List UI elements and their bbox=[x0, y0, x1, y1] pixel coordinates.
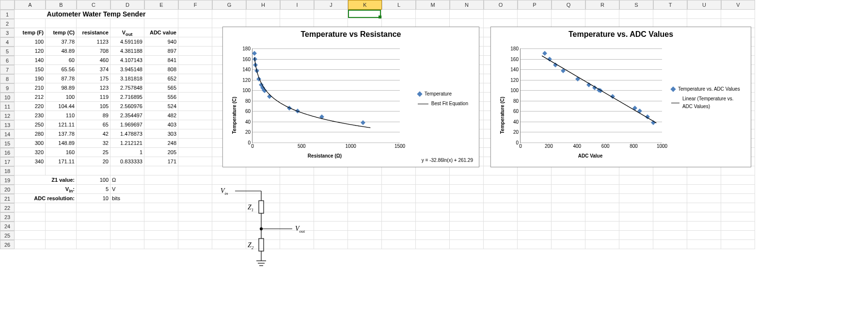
chart-temp-vs-resistance[interactable]: Temperature vs Resistance Temperature (C… bbox=[222, 27, 479, 167]
cell-U25[interactable] bbox=[687, 231, 721, 240]
cell-B22[interactable] bbox=[46, 203, 77, 212]
cell-E2[interactable] bbox=[144, 19, 178, 28]
cell-C6[interactable]: 460 bbox=[77, 56, 110, 65]
cell-M23[interactable] bbox=[416, 212, 450, 222]
row-header-5[interactable]: 5 bbox=[0, 47, 15, 56]
cell-F7[interactable] bbox=[178, 65, 212, 74]
cell-N22[interactable] bbox=[450, 203, 484, 212]
column-headers[interactable]: ABCDEFGHIJKLMNOPQRSTUV bbox=[15, 0, 755, 10]
cell-D4[interactable]: 4.591169 bbox=[110, 37, 144, 47]
col-header-L[interactable]: L bbox=[382, 0, 416, 10]
cell-C22[interactable] bbox=[77, 203, 110, 212]
cell-K26[interactable] bbox=[348, 240, 382, 249]
row-header-17[interactable]: 17 bbox=[0, 157, 15, 166]
row-header-9[interactable]: 9 bbox=[0, 83, 15, 93]
cell-C24[interactable] bbox=[77, 222, 110, 231]
cell-M19[interactable] bbox=[416, 175, 450, 185]
cell-C21[interactable]: 10 bbox=[77, 194, 110, 203]
cell-U24[interactable] bbox=[687, 222, 721, 231]
cell-S23[interactable] bbox=[619, 212, 653, 222]
cell-A4[interactable]: 100 bbox=[15, 37, 46, 47]
cell-F17[interactable] bbox=[178, 157, 212, 166]
row-header-16[interactable]: 16 bbox=[0, 148, 15, 157]
cell-C23[interactable] bbox=[77, 212, 110, 222]
cell-D13[interactable]: 1.969697 bbox=[110, 120, 144, 129]
cell-P25[interactable] bbox=[518, 231, 552, 240]
cell-S21[interactable] bbox=[619, 194, 653, 203]
cell-V21[interactable] bbox=[721, 194, 755, 203]
cell-E18[interactable] bbox=[144, 166, 178, 175]
cell-U20[interactable] bbox=[687, 185, 721, 194]
cell-R24[interactable] bbox=[585, 222, 619, 231]
cell-L23[interactable] bbox=[382, 212, 416, 222]
cell-H18[interactable] bbox=[246, 166, 280, 175]
cell-E26[interactable] bbox=[144, 240, 178, 249]
cell-F10[interactable] bbox=[178, 93, 212, 102]
cell-M26[interactable] bbox=[416, 240, 450, 249]
cell-D19[interactable]: Ω bbox=[110, 175, 144, 185]
row-header-11[interactable]: 11 bbox=[0, 102, 15, 111]
cell-A19[interactable]: Z1 value: bbox=[15, 175, 77, 185]
cell-E25[interactable] bbox=[144, 231, 178, 240]
col-header-U[interactable]: U bbox=[687, 0, 721, 10]
cell-L20[interactable] bbox=[382, 185, 416, 194]
cell-L26[interactable] bbox=[382, 240, 416, 249]
cell-F14[interactable] bbox=[178, 129, 212, 139]
cell-C2[interactable] bbox=[77, 19, 110, 28]
cell-S20[interactable] bbox=[619, 185, 653, 194]
cell-P20[interactable] bbox=[518, 185, 552, 194]
cell-S24[interactable] bbox=[619, 222, 653, 231]
cell-B10[interactable]: 100 bbox=[46, 93, 77, 102]
cell-D9[interactable]: 2.757848 bbox=[110, 83, 144, 93]
cell-K23[interactable] bbox=[348, 212, 382, 222]
col-header-A[interactable]: A bbox=[15, 0, 46, 10]
col-header-D[interactable]: D bbox=[110, 0, 144, 10]
cell-B5[interactable]: 48.89 bbox=[46, 47, 77, 56]
cell-F11[interactable] bbox=[178, 102, 212, 111]
cell-A1[interactable]: Autometer Water Temp Sender bbox=[15, 10, 178, 19]
col-header-R[interactable]: R bbox=[585, 0, 619, 10]
cell-E15[interactable]: 248 bbox=[144, 139, 178, 148]
cell-M25[interactable] bbox=[416, 231, 450, 240]
cell-E11[interactable]: 524 bbox=[144, 102, 178, 111]
row-header-24[interactable]: 24 bbox=[0, 222, 15, 231]
cell-A13[interactable]: 250 bbox=[15, 120, 46, 129]
cell-F15[interactable] bbox=[178, 139, 212, 148]
cell-A18[interactable] bbox=[15, 166, 46, 175]
cell-F20[interactable] bbox=[178, 185, 212, 194]
cell-E6[interactable]: 841 bbox=[144, 56, 178, 65]
cell-A20[interactable]: Vin: bbox=[15, 185, 77, 194]
cell-A16[interactable]: 320 bbox=[15, 148, 46, 157]
cell-L1[interactable] bbox=[382, 10, 416, 19]
cell-U22[interactable] bbox=[687, 203, 721, 212]
cell-A17[interactable]: 340 bbox=[15, 157, 46, 166]
cell-A25[interactable] bbox=[15, 231, 46, 240]
cell-K25[interactable] bbox=[348, 231, 382, 240]
cell-U21[interactable] bbox=[687, 194, 721, 203]
cell-V19[interactable] bbox=[721, 175, 755, 185]
col-header-T[interactable]: T bbox=[653, 0, 687, 10]
cell-R1[interactable] bbox=[585, 10, 619, 19]
cell-F21[interactable] bbox=[178, 194, 212, 203]
cell-E3[interactable]: ADC value bbox=[144, 28, 178, 37]
cell-C11[interactable]: 105 bbox=[77, 102, 110, 111]
cell-L22[interactable] bbox=[382, 203, 416, 212]
cell-E4[interactable]: 940 bbox=[144, 37, 178, 47]
row-header-10[interactable]: 10 bbox=[0, 93, 15, 102]
cell-C9[interactable]: 123 bbox=[77, 83, 110, 93]
cell-R18[interactable] bbox=[585, 166, 619, 175]
cell-A8[interactable]: 190 bbox=[15, 74, 46, 83]
cell-P22[interactable] bbox=[518, 203, 552, 212]
cell-L24[interactable] bbox=[382, 222, 416, 231]
cell-U23[interactable] bbox=[687, 212, 721, 222]
cell-C15[interactable]: 32 bbox=[77, 139, 110, 148]
cell-R23[interactable] bbox=[585, 212, 619, 222]
cell-D22[interactable] bbox=[110, 203, 144, 212]
row-header-12[interactable]: 12 bbox=[0, 111, 15, 120]
cell-D24[interactable] bbox=[110, 222, 144, 231]
cell-C19[interactable]: 100 bbox=[77, 175, 110, 185]
cell-C5[interactable]: 708 bbox=[77, 47, 110, 56]
cell-E8[interactable]: 652 bbox=[144, 74, 178, 83]
cell-P19[interactable] bbox=[518, 175, 552, 185]
cell-O20[interactable] bbox=[484, 185, 518, 194]
